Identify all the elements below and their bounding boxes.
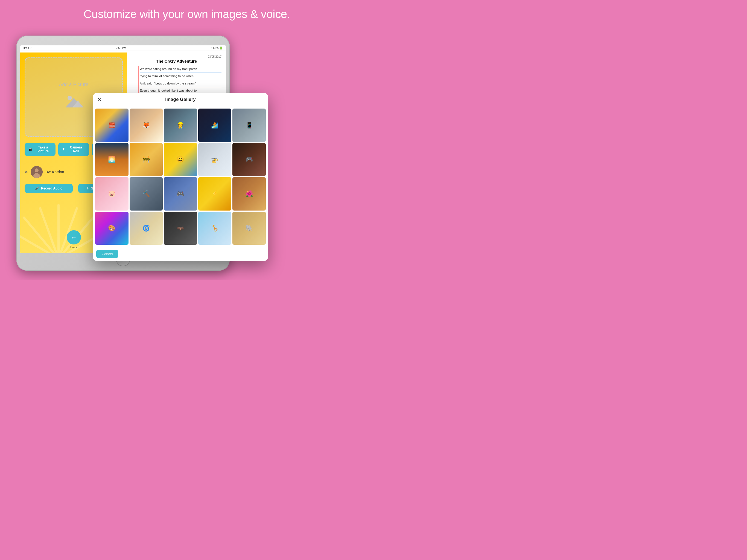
author-name: By: Katrina [45, 170, 64, 174]
gallery-title: Image Gallery [165, 97, 196, 102]
gallery-thumb-animals[interactable]: 🐘 [232, 212, 266, 245]
gallery-footer: Cancel [93, 247, 268, 261]
gallery-thumb-lego[interactable]: 🧱 [95, 108, 129, 142]
upload-icon: ⬆ [62, 147, 65, 151]
gallery-thumb-spiral[interactable]: 🌀 [130, 212, 163, 245]
gallery-thumb-silhouette[interactable]: 🏄 [198, 108, 232, 142]
camera-roll-button[interactable]: ⬆ Camera Roll [58, 143, 89, 156]
gallery-thumb-fox[interactable]: 🦊 [130, 108, 163, 142]
gallery-thumb-minecraft[interactable]: 🎮 [164, 177, 197, 210]
svg-point-0 [68, 96, 72, 100]
gallery-thumb-workers[interactable]: 👷 [164, 108, 197, 142]
take-picture-button[interactable]: 📷 Take a Picture [25, 143, 55, 156]
gallery-thumb-flowers[interactable]: 🌺 [232, 177, 266, 210]
author-row: ✕ By: Katrina [25, 166, 64, 178]
back-button-area: ← Back [67, 230, 81, 249]
gallery-thumb-batman[interactable]: 🦇 [164, 212, 197, 245]
record-audio-label: Record Audio [41, 186, 62, 190]
gallery-thumb-minions[interactable]: 😀 [164, 143, 197, 176]
save-icon: ⬇ [86, 186, 89, 190]
back-button[interactable]: ← [67, 230, 81, 245]
gallery-header: ✕ Image Gallery [93, 93, 268, 106]
gallery-thumb-colorful[interactable]: 🎨 [95, 212, 129, 245]
gallery-thumb-shovel[interactable]: ⛏️ [130, 177, 163, 210]
doc-line-2: trying to think of something to do when [140, 73, 222, 80]
doc-line-1: We were sitting around on my front porch [140, 66, 222, 73]
status-time: 2:50 PM [116, 47, 126, 50]
author-avatar [31, 166, 43, 178]
gallery-thumb-book[interactable]: 📱 [232, 108, 266, 142]
status-bar: iPad ✈ 2:50 PM ✦ 66% 🔋 [20, 45, 226, 51]
camera-roll-label: Camera Roll [67, 146, 85, 153]
gallery-modal: ✕ Image Gallery 🧱 🦊 👷 🏄 📱 🌅 🚧 😀 🚁 🎮 🐷 ⛏️… [93, 93, 268, 261]
mic-icon: 🎤 [35, 186, 39, 190]
gallery-cancel-button[interactable]: Cancel [96, 250, 118, 258]
gallery-thumb-drone[interactable]: 🚁 [198, 143, 232, 176]
gallery-thumb-piggy[interactable]: 🐷 [95, 177, 129, 210]
image-placeholder-icon [64, 93, 83, 113]
gallery-thumb-excavator[interactable]: 🚧 [130, 143, 163, 176]
record-audio-button[interactable]: 🎤 Record Audio [25, 184, 73, 193]
gallery-thumb-giraffe[interactable]: 🦒 [198, 212, 232, 245]
page-headline: Customize with your own images & voice. [0, 0, 374, 26]
take-picture-label: Take a Picture [34, 146, 52, 153]
status-right: ✦ 66% 🔋 [210, 47, 223, 50]
gallery-thumb-sunset[interactable]: 🌅 [95, 143, 129, 176]
back-label: Back [70, 246, 77, 249]
gallery-close-button[interactable]: ✕ [97, 97, 101, 103]
author-close-button[interactable]: ✕ [25, 170, 28, 174]
add-picture-label: Add a Picture [59, 82, 88, 87]
camera-icon: 📷 [28, 147, 32, 151]
sun-rays-decoration [20, 171, 102, 253]
document-title: The Crazy Adventure [131, 59, 222, 63]
gallery-thumb-pikachu[interactable]: ⚡ [198, 177, 232, 210]
gallery-grid: 🧱 🦊 👷 🏄 📱 🌅 🚧 😀 🚁 🎮 🐷 ⛏️ 🎮 ⚡ 🌺 🎨 🌀 🦇 🦒 🐘 [93, 106, 268, 247]
gallery-thumb-person[interactable]: 🎮 [232, 143, 266, 176]
doc-line-3: Anik said, "Let's go down by the stream"… [140, 80, 222, 87]
status-left: iPad ✈ [24, 47, 32, 50]
document-date: 03/05/2017 [131, 55, 222, 58]
svg-point-4 [35, 169, 38, 172]
